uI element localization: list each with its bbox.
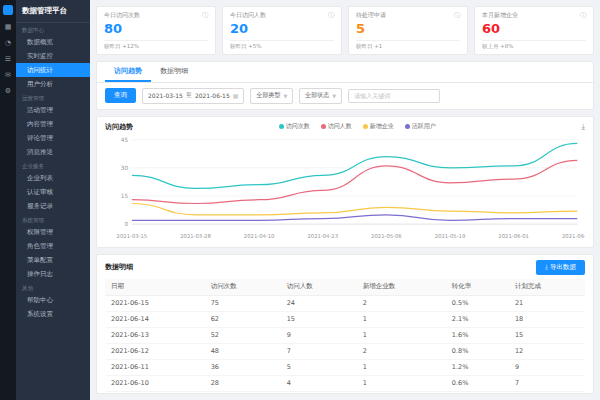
stat-card-value: 20 [230,20,334,38]
table-cell: 24 [281,295,357,311]
calendar-icon: ▦ [233,92,239,99]
date-start-value[interactable]: 2021-03-15 [148,92,183,99]
info-icon[interactable]: ⓘ [328,11,334,20]
sidebar-item[interactable]: 内容管理 [16,117,90,131]
sidebar-item[interactable]: 认证审核 [16,185,90,199]
table-cell: 48 [205,343,281,359]
column-header: 日期 [105,279,205,296]
stat-card-label: 今日访问人数ⓘ [230,11,334,20]
table-cell: 0 [357,391,446,394]
stat-card-label: 待处理申请ⓘ [356,11,460,20]
table-row[interactable]: 2021-06-14621512.1%18 [105,311,585,327]
table-head: 日期访问次数访问人数新增企业数转化率计划完成 [105,279,585,296]
sidebar-item[interactable]: 权限管理 [16,225,90,239]
table-row[interactable]: 2021-06-1248720.8%12 [105,343,585,359]
legend-item[interactable]: 新增企业 [363,122,394,131]
legend-item[interactable]: 访问人数 [321,122,352,131]
type-select-value: 全部类型 [256,91,280,100]
table-cell: 9 [281,327,357,343]
tab-bar: 访问趋势数据明细 [97,62,593,83]
sidebar-item[interactable]: 系统设置 [16,307,90,321]
svg-text:2021-05-06: 2021-05-06 [371,232,402,238]
table-cell: 2021-06-12 [105,343,205,359]
table-cell: 28 [205,375,281,391]
stat-cards: 今日访问次数ⓘ80较昨日 +12%今日访问人数ⓘ20较昨日 +5%待处理申请ⓘ5… [96,6,594,55]
table-cell: 2021-06-14 [105,311,205,327]
sidebar-item[interactable]: 实时监控 [16,49,90,63]
table-cell: 9 [509,359,585,375]
menu-group-header: 运营管理 [16,91,90,103]
table-cell: 3 [281,391,357,394]
menu-group-header: 企业服务 [16,159,90,171]
table-body: 2021-06-15752420.5%212021-06-14621512.1%… [105,295,585,394]
svg-text:30: 30 [121,164,129,170]
sidebar-item[interactable]: 数据概览 [16,35,90,49]
gear-icon[interactable]: ⚙ [5,88,11,95]
legend-item[interactable]: 活跃用户 [405,122,436,131]
sidebar-item[interactable]: 角色管理 [16,239,90,253]
date-end-value[interactable]: 2021-06-15 [195,92,230,99]
table-cell: 18 [509,311,585,327]
export-button[interactable]: ⤓ 导出数据 [536,260,585,275]
sidebar-menu: 数据中心数据概览实时监控访问统计用户分析运营管理活动管理内容管理评论管理消息推送… [16,23,90,321]
sidebar-item[interactable]: 用户分析 [16,77,90,91]
table-row[interactable]: 2021-06-15752420.5%21 [105,295,585,311]
status-select[interactable]: 全部状态 ▼ [299,88,342,104]
date-separator: 至 [186,91,192,100]
status-select-value: 全部状态 [305,91,329,100]
sidebar-item[interactable]: 访问统计 [16,63,90,77]
stat-card: 今日访问次数ⓘ80较昨日 +12% [96,6,216,55]
info-icon[interactable]: ⓘ [454,11,460,20]
table-panel: 数据明细 ⤓ 导出数据 日期访问次数访问人数新增企业数转化率计划完成 2021-… [96,254,594,394]
message-icon[interactable]: ✉ [5,72,11,79]
legend-dot-icon [279,124,284,129]
sidebar: 数据管理平台 数据中心数据概览实时监控访问统计用户分析运营管理活动管理内容管理评… [16,0,90,400]
table-cell: 0.6% [446,375,509,391]
chevron-down-icon: ▼ [283,93,287,99]
table-cell: 5 [281,359,357,375]
app-logo-icon [3,5,13,15]
date-range-picker[interactable]: 2021-03-15 至 2021-06-15 ▦ [142,88,244,104]
stat-card: 本月新增企业ⓘ60较上月 +8% [474,6,594,55]
sidebar-item[interactable]: 活动管理 [16,103,90,117]
query-button[interactable]: 查询 [105,88,136,103]
sidebar-item[interactable]: 企业列表 [16,171,90,185]
svg-text:2021-03-15: 2021-03-15 [117,232,148,238]
table-cell: 52 [205,327,281,343]
type-select[interactable]: 全部类型 ▼ [250,88,293,104]
tab-inactive[interactable]: 数据明细 [151,62,197,82]
table-cell: 5 [509,391,585,394]
legend-item[interactable]: 访问次数 [279,122,310,131]
chart-line-series [132,160,577,203]
sidebar-item[interactable]: 消息推送 [16,145,90,159]
tab-active[interactable]: 访问趋势 [105,62,151,82]
trend-chart: 01530452021-03-152021-03-282021-04-10202… [105,132,585,245]
sidebar-item[interactable]: 评论管理 [16,131,90,145]
svg-text:2021-04-23: 2021-04-23 [307,232,338,238]
svg-text:45: 45 [121,136,129,142]
sidebar-item[interactable]: 菜单配置 [16,253,90,267]
info-icon[interactable]: ⓘ [580,11,586,20]
sidebar-item[interactable]: 服务记录 [16,199,90,213]
table-cell: 7 [509,375,585,391]
chart-icon[interactable]: ◔ [5,40,11,47]
list-icon[interactable]: ☰ [5,56,11,63]
table-row[interactable]: 2021-06-1136511.2%9 [105,359,585,375]
table-title: 数据明细 [105,262,133,272]
table-row[interactable]: 2021-06-0922300.9%5 [105,391,585,394]
table-cell: 2021-06-09 [105,391,205,394]
stat-card-subtext: 较昨日 +5% [230,40,334,50]
dashboard-icon[interactable]: ▦ [5,24,12,31]
table-cell: 62 [205,311,281,327]
download-icon[interactable]: ⤓ [581,123,585,131]
keyword-input[interactable] [348,89,440,103]
table-cell: 15 [509,327,585,343]
sidebar-item[interactable]: 操作日志 [16,267,90,281]
info-icon[interactable]: ⓘ [202,11,208,20]
column-header: 访问次数 [205,279,281,296]
table-row[interactable]: 2021-06-1352911.6%15 [105,327,585,343]
svg-text:2021-06-15: 2021-06-15 [562,232,585,238]
sidebar-item[interactable]: 帮助中心 [16,293,90,307]
table-row[interactable]: 2021-06-1028410.6%7 [105,375,585,391]
column-header: 转化率 [446,279,509,296]
